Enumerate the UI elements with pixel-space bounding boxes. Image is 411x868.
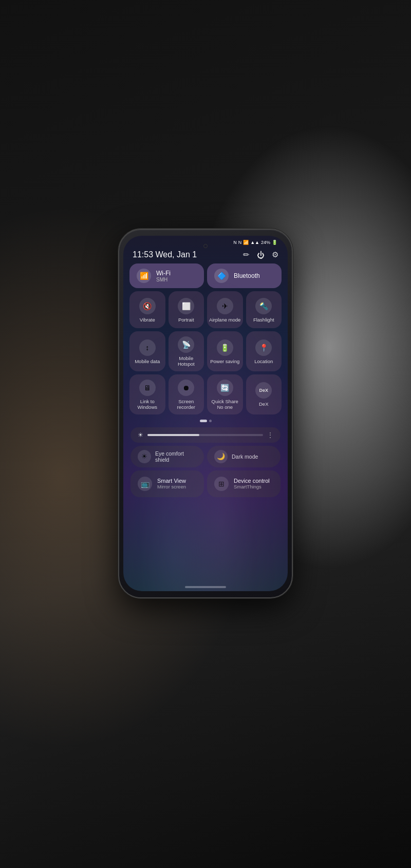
brightness-more-icon[interactable]: ⋮ xyxy=(267,431,273,439)
grid-row-1: 🔇 Vibrate ⬜ Portrait ✈ Airplane mode 🔦 F… xyxy=(129,291,282,328)
bluetooth-tile[interactable]: 🔷 Bluetooth xyxy=(207,263,282,288)
screen-recorder-icon: ⏺ xyxy=(178,380,194,396)
quick-share-icon: 🔄 xyxy=(217,380,233,396)
device-control-text: Device control SmartThings xyxy=(234,478,270,489)
battery-text: 24% xyxy=(261,240,270,245)
smart-view-tile[interactable]: 📺 Smart View Mirror screen xyxy=(130,470,204,497)
comfort-row: ☀ Eye comfort shield 🌙 Dark mode xyxy=(130,446,281,467)
link-windows-icon: 🖥 xyxy=(139,380,156,396)
portrait-tile[interactable]: ⬜ Portrait xyxy=(169,291,204,328)
screen-recorder-tile[interactable]: ⏺ Screen recorder xyxy=(169,374,204,414)
flashlight-tile[interactable]: 🔦 Flashlight xyxy=(246,291,282,328)
hotspot-tile[interactable]: 📡 Mobile Hotspot xyxy=(169,331,204,371)
phone-body: N N 📶 ▲▲ 24% 🔋 11:53 Wed, Jan 1 ✏ ⏻ ⚙ xyxy=(118,229,293,598)
location-tile[interactable]: 📍 Location xyxy=(246,331,282,371)
link-windows-tile[interactable]: 🖥 Link to Windows xyxy=(129,374,165,414)
device-control-name: Device control xyxy=(234,478,270,484)
flashlight-label: Flashlight xyxy=(253,317,274,323)
brightness-icon: ☀ xyxy=(138,431,143,439)
link-windows-label: Link to Windows xyxy=(132,399,163,410)
nfc-icon: N xyxy=(233,240,237,245)
header-datetime: 11:53 Wed, Jan 1 xyxy=(133,250,197,259)
bluetooth-tile-name: Bluetooth xyxy=(234,272,260,279)
eye-comfort-tile[interactable]: ☀ Eye comfort shield xyxy=(130,446,204,467)
vibrate-tile[interactable]: 🔇 Vibrate xyxy=(129,291,165,328)
power-saving-icon: 🔋 xyxy=(217,339,233,356)
device-control-tile[interactable]: ⊞ Device control SmartThings xyxy=(207,470,281,497)
vibrate-label: Vibrate xyxy=(140,317,155,323)
wifi-tile[interactable]: 📶 Wi-Fi SMH xyxy=(129,263,204,288)
quick-tiles-area: 📶 Wi-Fi SMH 🔷 Bluetooth xyxy=(123,263,288,582)
wifi-tile-icon: 📶 xyxy=(137,269,151,283)
bluetooth-tile-icon: 🔷 xyxy=(214,269,229,283)
device-control-icon: ⊞ xyxy=(214,477,229,491)
dex-icon: DeX xyxy=(255,382,272,399)
eye-comfort-icon: ☀ xyxy=(138,450,151,463)
smart-view-text: Smart View Mirror screen xyxy=(157,478,186,489)
bluetooth-tile-text: Bluetooth xyxy=(234,272,260,279)
dark-mode-icon: 🌙 xyxy=(214,450,228,463)
page-dots xyxy=(129,418,282,424)
power-icon[interactable]: ⏻ xyxy=(257,251,265,259)
header-actions: ✏ ⏻ ⚙ xyxy=(243,250,278,259)
settings-icon[interactable]: ⚙ xyxy=(272,250,278,259)
eye-comfort-label: Eye comfort shield xyxy=(155,450,197,463)
power-saving-label: Power saving xyxy=(210,358,239,364)
page-dot-2 xyxy=(209,420,212,422)
wifi-status-icon: 📶 xyxy=(243,240,249,245)
home-indicator[interactable] xyxy=(185,586,226,588)
bottom-tiles-row: 📺 Smart View Mirror screen ⊞ Device cont… xyxy=(130,470,281,497)
mobile-data-tile[interactable]: ↕ Mobile data xyxy=(129,331,165,371)
dark-mode-tile[interactable]: 🌙 Dark mode xyxy=(207,446,281,467)
phone-wrapper: N N 📶 ▲▲ 24% 🔋 11:53 Wed, Jan 1 ✏ ⏻ ⚙ xyxy=(118,229,293,598)
portrait-label: Portrait xyxy=(178,317,194,323)
device-control-sub: SmartThings xyxy=(234,484,270,489)
status-icons: N N 📶 ▲▲ 24% 🔋 xyxy=(233,240,277,245)
smart-view-sub: Mirror screen xyxy=(157,484,186,489)
page-dot-1 xyxy=(200,420,207,422)
mobile-data-label: Mobile data xyxy=(135,358,160,364)
airplane-tile[interactable]: ✈ Airplane mode xyxy=(207,291,243,328)
hotspot-label: Mobile Hotspot xyxy=(171,355,202,367)
grid-row-2: ↕ Mobile data 📡 Mobile Hotspot 🔋 Power s… xyxy=(129,331,282,371)
brightness-row[interactable]: ☀ ⋮ xyxy=(130,427,281,443)
screen-recorder-label: Screen recorder xyxy=(171,399,202,410)
header-row: 11:53 Wed, Jan 1 ✏ ⏻ ⚙ xyxy=(123,247,288,263)
edit-icon[interactable]: ✏ xyxy=(243,250,250,259)
flashlight-icon: 🔦 xyxy=(255,298,272,314)
grid-row-3: 🖥 Link to Windows ⏺ Screen recorder 🔄 Qu… xyxy=(129,374,282,414)
dex-label: DeX xyxy=(259,401,268,407)
location-icon: 📍 xyxy=(255,339,272,356)
mobile-data-icon: ↕ xyxy=(139,339,156,356)
quick-share-label: Quick ShareNo one xyxy=(212,399,238,410)
dark-mode-label: Dark mode xyxy=(232,454,258,460)
battery-icon: 🔋 xyxy=(272,240,277,245)
quick-share-tile[interactable]: 🔄 Quick ShareNo one xyxy=(207,374,243,414)
wifi-tile-text: Wi-Fi SMH xyxy=(156,270,171,282)
brightness-fill xyxy=(147,434,199,436)
hotspot-icon: 📡 xyxy=(178,336,194,353)
camera-dot xyxy=(203,244,208,248)
airplane-icon: ✈ xyxy=(217,298,233,314)
wifi-tile-name: Wi-Fi xyxy=(156,270,171,277)
airplane-label: Airplane mode xyxy=(209,317,240,323)
portrait-icon: ⬜ xyxy=(178,298,194,314)
nfc2-icon: N xyxy=(238,240,242,245)
vibrate-icon: 🔇 xyxy=(139,298,156,314)
location-label: Location xyxy=(254,358,273,364)
smart-view-icon: 📺 xyxy=(138,477,152,491)
wifi-tile-sub: SMH xyxy=(156,277,171,282)
signal-icon: ▲▲ xyxy=(250,240,259,245)
brightness-bar[interactable] xyxy=(147,434,263,436)
smart-view-name: Smart View xyxy=(157,478,186,484)
top-tiles-row: 📶 Wi-Fi SMH 🔷 Bluetooth xyxy=(129,263,282,288)
power-saving-tile[interactable]: 🔋 Power saving xyxy=(207,331,243,371)
phone-screen: N N 📶 ▲▲ 24% 🔋 11:53 Wed, Jan 1 ✏ ⏻ ⚙ xyxy=(123,236,288,591)
dex-tile[interactable]: DeX DeX xyxy=(246,374,282,414)
